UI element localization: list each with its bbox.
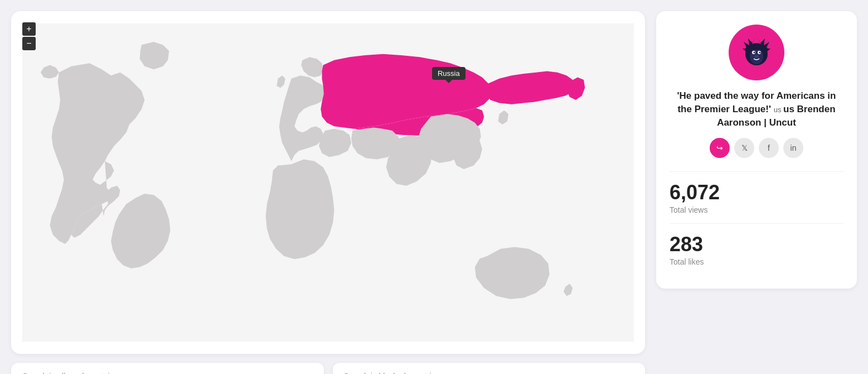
channel-logo (729, 25, 784, 80)
left-panel: + − (0, 0, 656, 374)
likes-stat: 283 Total likes (670, 223, 843, 275)
svg-point-9 (754, 55, 759, 58)
info-card: 'He paved the way for Americans in the P… (656, 11, 857, 289)
map-card: + − (11, 11, 645, 354)
social-icons: ↪ 𝕏 f in (710, 138, 803, 158)
views-stat: 6,072 Total views (670, 171, 843, 223)
video-title: 'He paved the way for Americans in the P… (670, 89, 843, 129)
total-likes-label: Total likes (670, 257, 843, 266)
svg-rect-10 (745, 47, 768, 50)
facebook-button[interactable]: f (759, 138, 779, 158)
world-map (22, 22, 634, 343)
right-panel: 'He paved the way for Americans in the P… (656, 0, 868, 374)
search-row: Search in allowed countries Search in bl… (11, 363, 645, 374)
svg-point-8 (759, 52, 761, 54)
total-views-label: Total views (670, 205, 843, 214)
map-container: Russia (22, 22, 634, 343)
search-blocked-countries[interactable]: Search in blocked countries (333, 363, 646, 374)
svg-point-7 (754, 52, 755, 54)
map-controls: + − (22, 22, 36, 50)
total-views-number: 6,072 (670, 181, 843, 204)
linkedin-button[interactable]: in (783, 138, 803, 158)
twitter-button[interactable]: 𝕏 (734, 138, 754, 158)
us-flag: us (774, 106, 783, 114)
total-likes-number: 283 (670, 233, 843, 256)
premier-league-logo (737, 33, 776, 72)
zoom-out-button[interactable]: − (22, 37, 36, 50)
share-button[interactable]: ↪ (710, 138, 730, 158)
search-allowed-countries[interactable]: Search in allowed countries (11, 363, 324, 374)
zoom-in-button[interactable]: + (22, 22, 36, 36)
